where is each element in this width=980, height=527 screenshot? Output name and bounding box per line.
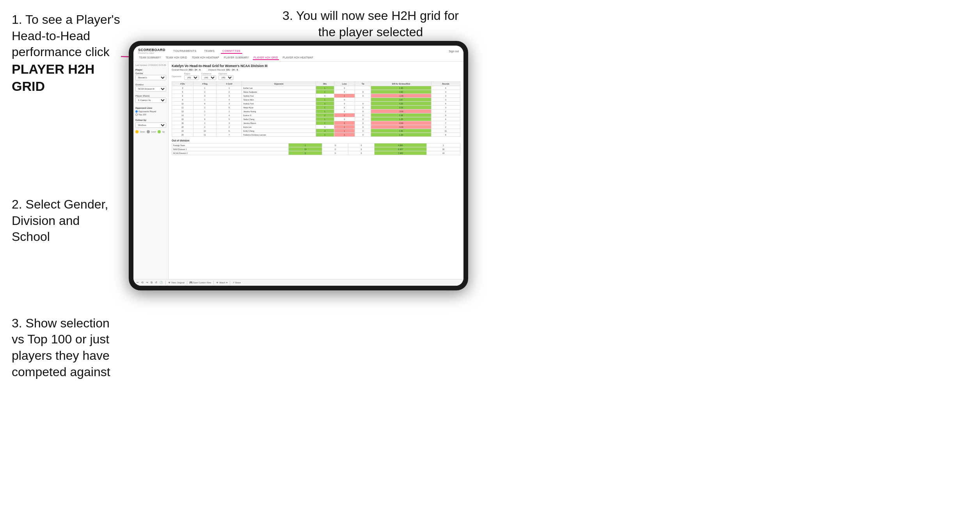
radio-opponents-played[interactable]: Opponents Played [135, 110, 166, 113]
table-row: 9 1 4 Sharon Mun 1 0 3.67 3 [172, 98, 460, 102]
table-row: 6 3 3 Sydney Kuo 0 1 0 -1.00 3 [172, 94, 460, 98]
reset-btn[interactable]: ↺ [155, 281, 157, 284]
instruction-1: 1. To see a Player's Head-to-Head perfor… [12, 12, 121, 95]
table-row: 14 7 4 Eunice Yi 2 2 0 0.38 9 [172, 113, 460, 117]
table-row: 10 6 3 Andrea York 2 0 0 4.00 4 [172, 102, 460, 106]
legend-up-label: Up [162, 131, 165, 133]
table-row: 18 2 2 Euna Lee 0 1 0 -5.00 2 [172, 125, 460, 129]
th-conf: # Conf [217, 82, 242, 86]
nav-teams[interactable]: TEAMS [202, 49, 216, 54]
gender-label: Gender [135, 72, 166, 74]
sub-player-h2h[interactable]: PLAYER H2H GRID [253, 56, 279, 60]
table-row: 5 2 2 Alexis Sudjianto 1 0 0 4.00 3 [172, 90, 460, 94]
sign-out[interactable]: Sign out [449, 50, 459, 53]
sub-team-heatmap[interactable]: TEAM H2H HEATMAP [191, 56, 220, 60]
instruction-2: 2. Select Gender, Division and School [12, 196, 121, 245]
tablet-screen: SCOREBOARD Powered by clippd TOURNAMENTS… [133, 46, 463, 286]
conference-filter[interactable]: (All) [201, 75, 216, 80]
th-tie: Tie [355, 82, 371, 86]
nav-bar: SCOREBOARD Powered by clippd TOURNAMENTS… [133, 46, 463, 62]
opponent-filter-label: Opponent [218, 73, 233, 75]
table-row: 16 1 3 Jessica Mason 1 2 0 -0.94 7 [172, 121, 460, 125]
sep4 [230, 281, 230, 285]
legend-down-label: Down [140, 131, 145, 133]
logo: SCOREBOARD Powered by clippd [138, 48, 165, 54]
undo-btn[interactable]: ↩ [137, 281, 139, 284]
colour-by-select[interactable]: Win/loss [135, 122, 166, 128]
legend-up-dot [158, 130, 161, 133]
th-diff: Diff Av Strokes/Rnd [371, 82, 431, 86]
th-rounds: Rounds [431, 82, 460, 86]
out-div-row: NAIA Division 1 15 0 0 9.267 30 [172, 147, 460, 151]
h2h-table: # Div # Reg # Conf Opponent Win Loss Tie… [172, 81, 460, 137]
radio-top100[interactable]: Top 100 [135, 113, 166, 116]
sep1 [165, 281, 166, 285]
opponents-filter-label: Opponents: [172, 75, 182, 78]
th-opponent: Opponent [242, 82, 316, 86]
sep2 [187, 281, 187, 285]
table-row: 3 1 1 Esther Lee 1 0 1.50 4 [172, 86, 460, 90]
th-loss: Loss [334, 82, 355, 86]
tablet: SCOREBOARD Powered by clippd TOURNAMENTS… [129, 41, 468, 290]
out-of-division-table: Foreign Team 1 0 0 4.500 2 NAIA Division… [172, 143, 460, 155]
player-label: Player [135, 69, 166, 71]
table-area: Katelyn Vo Head-to-Head Grid for Women's… [169, 62, 463, 279]
instruction-3-right: 3. You will now see H2H grid for the pla… [273, 8, 468, 40]
sub-player-summary[interactable]: PLAYER SUMMARY [223, 56, 250, 60]
table-row: 11 2 5 Heejo Hyun 1 0 0 3.33 3 [172, 106, 460, 110]
player-rank-select[interactable]: 8. Katelyn Vo [135, 97, 166, 103]
th-win: Win [316, 82, 334, 86]
table-row: 20 11 7 Federica Domecq Lacroze 2 1 0 1.… [172, 133, 460, 137]
table-row: 15 8 5 Stella Cheng 1 0 0 1.25 4 [172, 117, 460, 121]
opponent-filter[interactable]: (All) [218, 75, 233, 80]
sub-player-heatmap[interactable]: PLAYER H2H HEATMAP [282, 56, 314, 60]
instruction-3-left: 3. Show selection vs Top 100 or just pla… [12, 315, 121, 380]
legend-level-dot [147, 130, 150, 133]
gender-select[interactable]: Women's [135, 75, 166, 80]
colour-by-label: Colour by [135, 119, 166, 121]
clock-btn[interactable]: 🕐 [160, 281, 163, 284]
sub-team-h2h[interactable]: TEAM H2H GRID [165, 56, 188, 60]
sidebar: Last Updated: 27/03/2024 16:55:38 Player… [133, 62, 169, 279]
sep3 [213, 281, 214, 285]
nav-committee[interactable]: COMMITTEE [221, 49, 242, 54]
grid-records: Overall Record: 353 - 34 - 6 Division Re… [172, 69, 460, 71]
th-reg: # Reg [193, 82, 217, 86]
player-rank-label: Player (Rank) [135, 95, 166, 97]
redo-btn[interactable]: ↪ [146, 281, 148, 284]
sub-team-summary[interactable]: TEAM SUMMARY [138, 56, 162, 60]
view-original-btn[interactable]: 👁 View: Original [168, 281, 185, 284]
legend-level-label: Level [151, 131, 156, 133]
out-of-division-title: Out of division [172, 139, 460, 142]
save-custom-btn[interactable]: 💾 Save Custom View [190, 281, 211, 284]
th-div: # Div [172, 82, 194, 86]
region-filter-label: Region [184, 73, 199, 75]
toolbar: ↩ ⟲ ↪ ⧉ ↺ 🕐 👁 View: Original 💾 Save Cust… [133, 279, 463, 286]
share-btn[interactable]: ↗ Share [233, 281, 241, 284]
watch-btn[interactable]: 👁 Watch▾ [216, 281, 227, 284]
table-row: 19 10 6 Emily Chang 4 1 0 0.30 11 [172, 129, 460, 133]
division-select[interactable]: NCAA Division III [135, 86, 166, 92]
division-label: Division [135, 83, 166, 86]
region-filter[interactable]: (All) [184, 75, 199, 80]
nav-tournaments[interactable]: TOURNAMENTS [172, 49, 198, 54]
conference-filter-label: Conference [201, 73, 216, 75]
legend-down-dot [135, 130, 138, 133]
undo2-btn[interactable]: ⟲ [141, 281, 144, 284]
opponent-view-label: Opponent view [135, 107, 166, 109]
grid-title: Katelyn Vo Head-to-Head Grid for Women's… [172, 64, 460, 68]
filter-row: Opponents: Region (All) Conference (All) [172, 73, 460, 80]
copy-btn[interactable]: ⧉ [151, 281, 153, 284]
out-div-row: NCAA Division 2 5 0 0 7.400 10 [172, 151, 460, 155]
timestamp: Last Updated: 27/03/2024 16:55:38 [135, 64, 166, 66]
table-row: 13 1 1 Jessica Huang 1 0 0 -3.00 2 [172, 110, 460, 113]
out-div-row: Foreign Team 1 0 0 4.500 2 [172, 143, 460, 147]
